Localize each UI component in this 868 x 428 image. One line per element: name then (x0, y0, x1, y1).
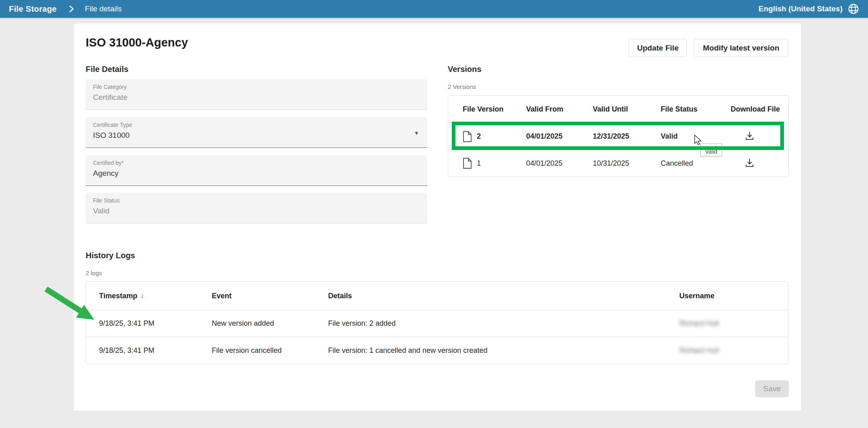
document-icon (463, 131, 472, 142)
modify-latest-version-button[interactable]: Modify latest version (694, 39, 788, 57)
certified-by-value: Agency (93, 169, 420, 178)
status-tooltip: Valid (700, 143, 722, 156)
history-table-header: Timestamp ↓ Event Details Username (86, 282, 788, 310)
download-icon[interactable] (743, 156, 756, 171)
col-timestamp[interactable]: Timestamp ↓ (99, 292, 212, 300)
language-label[interactable]: English (United States) (758, 4, 843, 13)
versions-table: File Version Valid From Valid Until File… (448, 95, 789, 177)
file-category-label: File Category (93, 84, 420, 90)
log-timestamp: 9/18/25, 3:41 PM (99, 319, 212, 328)
valid-from: 04/01/2025 (526, 159, 593, 168)
caret-down-icon[interactable]: ▼ (414, 130, 419, 136)
valid-from: 04/01/2025 (526, 132, 593, 141)
history-logs-heading: History Logs (86, 251, 135, 260)
history-log-row: 9/18/25, 3:41 PM New version added File … (86, 310, 788, 337)
col-valid-from: Valid From (526, 105, 593, 114)
file-category-field: File Category Certificate (86, 79, 427, 110)
certified-by-field[interactable]: Certified by* Agency (86, 155, 427, 186)
versions-count: 2 Versions (448, 83, 476, 90)
history-logs-count: 2 logs (86, 270, 102, 276)
globe-icon[interactable] (848, 3, 859, 15)
col-file-version: File Version (463, 105, 526, 114)
version-number: 2 (477, 132, 481, 141)
col-file-status: File Status (661, 105, 731, 114)
sort-descending-icon[interactable]: ↓ (141, 292, 144, 300)
chevron-right-icon (69, 5, 74, 13)
col-valid-until: Valid Until (593, 105, 661, 114)
breadcrumb-file-storage[interactable]: File Storage (9, 4, 57, 14)
versions-table-header: File Version Valid From Valid Until File… (448, 96, 788, 123)
certified-by-label: Certified by* (93, 160, 420, 166)
col-details: Details (328, 292, 679, 300)
version-number: 1 (477, 159, 481, 168)
log-event: File version cancelled (212, 346, 328, 355)
col-username: Username (679, 292, 788, 300)
page-title: ISO 31000-Agency (86, 36, 188, 49)
file-details-card: ISO 31000-Agency Update File Modify late… (74, 23, 801, 411)
version-row-1[interactable]: 1 04/01/2025 10/31/2025 Cancelled (448, 150, 788, 177)
certificate-type-label: Certificate Type (93, 122, 420, 128)
history-logs-table: Timestamp ↓ Event Details Username 9/18/… (86, 281, 788, 364)
file-category-value: Certificate (93, 93, 420, 102)
top-navigation-bar: File Storage File details English (Unite… (0, 0, 868, 18)
valid-until: 10/31/2025 (593, 159, 661, 168)
history-log-row: 9/18/25, 3:41 PM File version cancelled … (86, 337, 788, 364)
certificate-type-field[interactable]: Certificate Type ISO 31000 ▼ (86, 117, 427, 148)
valid-until: 12/31/2025 (593, 132, 661, 141)
log-details: File version: 1 cancelled and new versio… (328, 346, 679, 355)
log-details: File version: 2 added (328, 319, 679, 328)
download-icon[interactable] (743, 129, 756, 144)
file-status-field: File Status Valid (86, 193, 427, 223)
update-file-button[interactable]: Update File (629, 39, 687, 57)
page: File Storage File details English (Unite… (0, 0, 868, 428)
save-button[interactable]: Save (755, 380, 789, 397)
col-event: Event (212, 292, 328, 300)
log-username-redacted: Richard Hull (679, 346, 788, 355)
certificate-type-value: ISO 31000 (93, 131, 420, 140)
versions-heading: Versions (448, 65, 481, 74)
log-username-redacted: Richard Hull (679, 319, 788, 328)
breadcrumb-file-details: File details (85, 4, 122, 13)
log-event: New version added (212, 319, 328, 328)
col-download-file: Download File (731, 105, 788, 114)
document-icon (463, 158, 472, 169)
status-value: Valid (661, 132, 731, 141)
file-status-label: File Status (93, 197, 420, 204)
file-details-heading: File Details (86, 65, 129, 74)
version-row-2[interactable]: 2 04/01/2025 12/31/2025 Valid (448, 123, 788, 150)
log-timestamp: 9/18/25, 3:41 PM (99, 346, 212, 355)
file-status-value: Valid (93, 207, 420, 215)
status-value: Cancelled (661, 159, 731, 168)
